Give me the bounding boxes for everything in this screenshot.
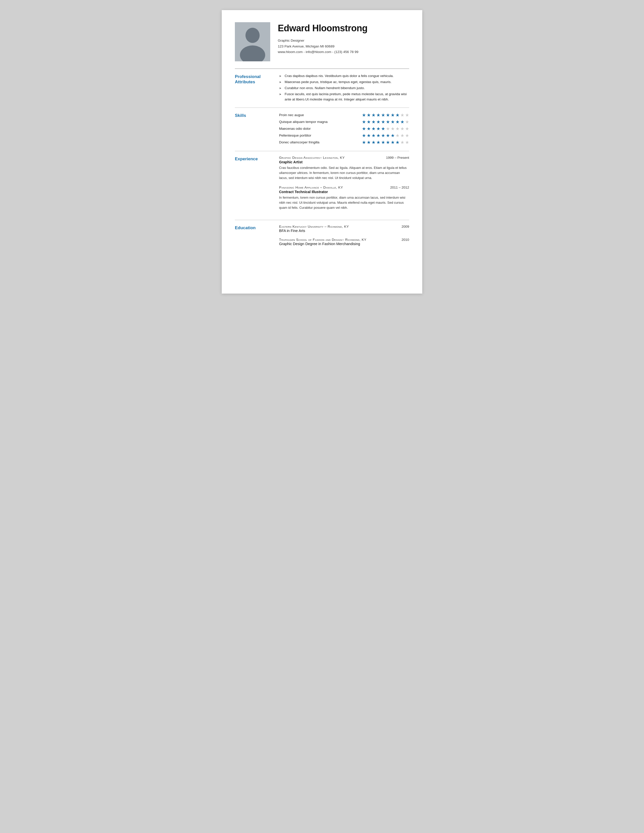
exp-description: Cras faucibus condimentum odio. Sed ac l…	[279, 165, 409, 180]
star-empty: ★	[400, 133, 404, 138]
star-filled: ★	[386, 113, 390, 118]
exp-title: Graphic Artist	[279, 160, 409, 164]
star-filled: ★	[381, 133, 385, 138]
star-filled: ★	[372, 140, 375, 145]
skill-stars: ★★★★★★★★★★	[362, 133, 409, 138]
star-filled: ★	[367, 126, 371, 132]
star-empty: ★	[391, 126, 395, 132]
star-empty: ★	[405, 133, 409, 138]
candidate-name: Edward Hloomstrong	[278, 23, 409, 33]
skill-row: Proin nec augue★★★★★★★★★★	[279, 113, 409, 118]
professional-attributes-content: Cras dapibus dapibus nis. Vestibulum qui…	[279, 74, 409, 103]
attribute-item: Cras dapibus dapibus nis. Vestibulum qui…	[279, 74, 409, 79]
avatar	[235, 22, 270, 61]
skill-row: Quisque aliquam tempor magna★★★★★★★★★★	[279, 119, 409, 125]
star-filled: ★	[376, 140, 380, 145]
exp-company: Graphic Design Associates– Lexington, KY	[279, 156, 345, 159]
skills-content: Proin nec augue★★★★★★★★★★Quisque aliquam…	[279, 113, 409, 146]
experience-content: Graphic Design Associates– Lexington, KY…	[279, 156, 409, 215]
star-filled: ★	[386, 140, 390, 145]
professional-attributes-label: ProfessionalAttributes	[235, 74, 279, 103]
edu-year: 2009	[402, 225, 409, 228]
star-filled: ★	[391, 140, 395, 145]
star-empty: ★	[400, 140, 404, 145]
attribute-item: Curabitur non eros. Nullam hendrerit bib…	[279, 85, 409, 91]
experience-label: Experience	[235, 156, 279, 215]
education-content: Eastern Kentucky University – Richmond, …	[279, 225, 409, 251]
skill-name: Pellentesque porttitor	[279, 133, 340, 137]
skill-name: Proin nec augue	[279, 113, 340, 117]
edu-degree: Graphic Design Degree in Fashion Merchan…	[279, 242, 409, 246]
star-filled: ★	[367, 119, 371, 125]
skill-stars: ★★★★★★★★★★	[362, 126, 409, 132]
attributes-list: Cras dapibus dapibus nis. Vestibulum qui…	[279, 74, 409, 102]
education-section: Education Eastern Kentucky University – …	[235, 220, 409, 256]
skill-name: Quisque aliquam tempor magna	[279, 120, 340, 124]
edu-school: Eastern Kentucky University – Richmond, …	[279, 225, 349, 228]
skill-row: Maecenas odio dolor★★★★★★★★★★	[279, 126, 409, 132]
attribute-item: Maecenas pede purus, tristique ac, tempu…	[279, 79, 409, 85]
contact-info: www.hloom.com - info@hloom.com - (123) 4…	[278, 49, 409, 55]
star-empty: ★	[405, 119, 409, 125]
star-filled: ★	[372, 133, 375, 138]
svg-point-1	[245, 28, 259, 43]
star-empty: ★	[386, 126, 390, 132]
star-filled: ★	[391, 119, 395, 125]
star-filled: ★	[381, 113, 385, 118]
star-filled: ★	[367, 113, 371, 118]
skill-stars: ★★★★★★★★★★	[362, 119, 409, 125]
star-filled: ★	[362, 140, 366, 145]
star-filled: ★	[362, 126, 366, 132]
experience-entry: Panasonic Home Appliance – Danville, KY2…	[279, 185, 409, 210]
experience-section: Experience Graphic Design Associates– Le…	[235, 151, 409, 220]
star-filled: ★	[386, 133, 390, 138]
address: 123 Park Avenue, Michigan MI 60689	[278, 43, 409, 50]
skill-stars: ★★★★★★★★★★	[362, 140, 409, 145]
attribute-item: Fusce iaculis, est quis lacinia pretium,…	[279, 92, 409, 102]
experience-entry: Graphic Design Associates– Lexington, KY…	[279, 156, 409, 180]
edu-school: Traphagen School of Fashion and Design– …	[279, 238, 367, 241]
star-filled: ★	[381, 119, 385, 125]
star-filled: ★	[367, 133, 371, 138]
star-filled: ★	[376, 133, 380, 138]
star-filled: ★	[396, 140, 399, 145]
skills-label: Skills	[235, 113, 279, 146]
professional-attributes-section: ProfessionalAttributes Cras dapibus dapi…	[235, 69, 409, 108]
star-empty: ★	[396, 133, 399, 138]
star-filled: ★	[367, 140, 371, 145]
education-entry: Traphagen School of Fashion and Design– …	[279, 238, 409, 246]
star-filled: ★	[396, 113, 399, 118]
education-label: Education	[235, 225, 279, 251]
star-empty: ★	[400, 126, 404, 132]
star-filled: ★	[372, 113, 375, 118]
skills-section: Skills Proin nec augue★★★★★★★★★★Quisque …	[235, 108, 409, 151]
skill-name: Donec ullamcorper fringilla	[279, 140, 340, 144]
exp-company: Panasonic Home Appliance – Danville, KY	[279, 185, 343, 189]
star-filled: ★	[362, 133, 366, 138]
education-entry: Eastern Kentucky University – Richmond, …	[279, 225, 409, 233]
star-filled: ★	[396, 119, 399, 125]
star-filled: ★	[376, 119, 380, 125]
star-empty: ★	[400, 113, 404, 118]
resume-page: Edward Hloomstrong Graphic Designer 123 …	[222, 10, 422, 294]
exp-title: Contract Technical Illustrator	[279, 190, 409, 194]
star-filled: ★	[372, 126, 375, 132]
header-info: Edward Hloomstrong Graphic Designer 123 …	[278, 22, 409, 55]
star-filled: ★	[372, 119, 375, 125]
exp-dates: 1999 – Present	[386, 156, 409, 159]
skill-name: Maecenas odio dolor	[279, 127, 340, 130]
skill-stars: ★★★★★★★★★★	[362, 113, 409, 118]
star-filled: ★	[362, 119, 366, 125]
header: Edward Hloomstrong Graphic Designer 123 …	[235, 22, 409, 61]
star-filled: ★	[391, 113, 395, 118]
star-filled: ★	[400, 119, 404, 125]
star-empty: ★	[405, 126, 409, 132]
edu-year: 2010	[402, 238, 409, 241]
star-filled: ★	[376, 126, 380, 132]
star-filled: ★	[391, 133, 395, 138]
exp-description: In fermentum, lorem non cursus porttitor…	[279, 195, 409, 210]
star-filled: ★	[362, 113, 366, 118]
job-title: Graphic Designer	[278, 38, 409, 43]
skill-row: Pellentesque porttitor★★★★★★★★★★	[279, 133, 409, 138]
star-empty: ★	[405, 140, 409, 145]
